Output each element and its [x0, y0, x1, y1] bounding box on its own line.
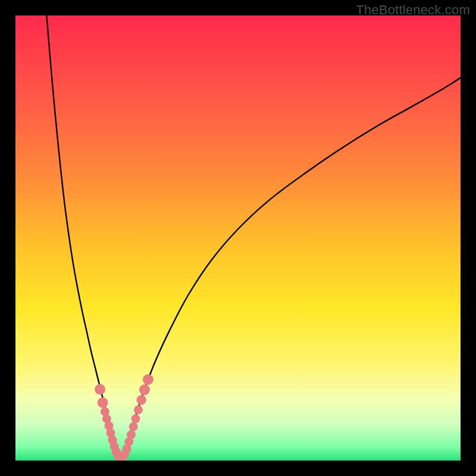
- curve-layer: [15, 15, 461, 461]
- data-marker: [98, 397, 108, 408]
- data-marker: [95, 384, 105, 394]
- data-marker: [136, 395, 146, 405]
- watermark-text: TheBottleneck.com: [356, 2, 470, 18]
- data-marker: [131, 414, 140, 423]
- left-branch-curve: [46, 15, 117, 456]
- data-marker: [143, 374, 154, 385]
- chart-frame: TheBottleneck.com: [0, 0, 476, 476]
- marker-group: [95, 374, 154, 461]
- data-marker: [139, 384, 150, 395]
- right-branch-curve: [124, 78, 461, 454]
- data-marker: [127, 430, 136, 439]
- data-marker: [129, 422, 138, 431]
- data-marker: [134, 405, 143, 414]
